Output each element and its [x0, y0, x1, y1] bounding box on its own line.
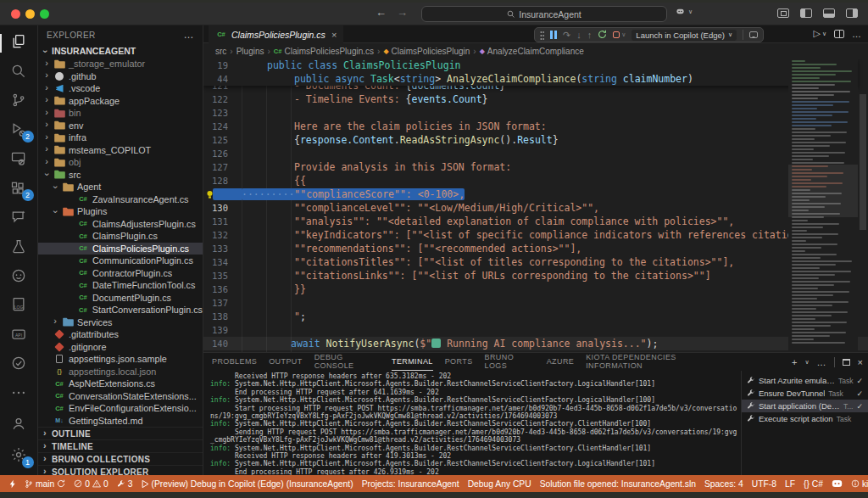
tree-item-plugins[interactable]: ›Plugins — [38, 205, 203, 218]
toggle-sidebar-icon[interactable] — [800, 8, 812, 18]
lightbulb-icon[interactable] — [206, 190, 214, 202]
panel-tab-kiota-dependencies-information[interactable]: KIOTA DEPENDENCIES INFORMATION — [586, 353, 724, 371]
tree-item-env[interactable]: ›env — [38, 120, 203, 132]
tree-item-services[interactable]: ›Services — [38, 316, 203, 329]
window-zoom-button[interactable] — [40, 9, 49, 19]
new-terminal-icon[interactable]: + — [792, 357, 797, 367]
tree-item--gitattributes[interactable]: ›.gitattributes — [38, 328, 203, 341]
terminal-output[interactable]: Received HTTP response headers after 635… — [203, 371, 741, 475]
status-item-remote-indicator[interactable] — [5, 475, 20, 492]
terminal-task-start-azurite-emulator[interactable]: Start Azurite emulatorTask✓ — [742, 374, 868, 387]
activity-bar-item-log-viewer[interactable]: LOG — [0, 292, 38, 321]
panel-tab-bruno-logs[interactable]: BRUNO LOGS — [485, 353, 535, 371]
back-icon[interactable]: ← — [376, 6, 387, 19]
tree-item-msteams-copilot[interactable]: ›msteams_COPILOT — [38, 144, 203, 157]
status-item-problems[interactable]: 00 — [70, 475, 112, 492]
code-editor[interactable]: 121- Documents Count: {documents.Count}1… — [203, 59, 868, 352]
activity-bar-item-remote-explorer[interactable] — [0, 146, 38, 175]
breadcrumb-item[interactable]: src — [215, 47, 226, 56]
forward-icon[interactable]: → — [397, 6, 408, 19]
tree-item-contractorplugin-cs[interactable]: ›C#ContractorPlugin.cs — [38, 267, 203, 280]
sidebar-section-solution-explorer[interactable]: ›SOLUTION EXPLORER — [38, 465, 203, 475]
editor-scrollbar[interactable] — [858, 59, 868, 352]
tree-item-apppackage[interactable]: ›appPackage — [38, 95, 203, 108]
step-out-icon[interactable]: ↑ — [587, 30, 593, 40]
activity-bar-item-run-debug[interactable]: 2 — [0, 116, 38, 145]
sidebar-section-timeline[interactable]: ›TIMELINE — [38, 439, 203, 452]
panel-tab-debug-console[interactable]: DEBUG CONSOLE — [314, 353, 380, 371]
status-item-branch[interactable]: main — [20, 475, 70, 492]
breadcrumb-item[interactable]: C#ClaimsPoliciesPlugin.cs — [274, 47, 374, 56]
restart-icon[interactable] — [598, 30, 607, 41]
tree-item-src[interactable]: ›src — [38, 169, 203, 182]
status-item-build-config[interactable]: Debug Any CPU — [464, 475, 536, 492]
status-item-solution[interactable]: Solution file opened: InsuranceAgent.sln — [536, 475, 700, 492]
terminal-task-execute-script-action[interactable]: Execute script actionTask — [742, 412, 868, 425]
status-item-eol[interactable]: LF — [781, 475, 799, 492]
activity-bar-item-copilot-chat[interactable] — [0, 204, 38, 233]
panel-tab-problems[interactable]: PROBLEMS — [212, 353, 257, 371]
panel-tab-azure[interactable]: AZURE — [547, 353, 575, 371]
status-item-debug-status[interactable]: (Preview) Debug in Copilot (Edge) (Insur… — [137, 475, 358, 492]
tree-item--gitignore[interactable]: ›.gitignore — [38, 341, 203, 354]
minimap-slider[interactable] — [788, 165, 858, 217]
activity-bar-item-api-client[interactable]: API — [0, 322, 38, 350]
sidebar-section-outline[interactable]: ›OUTLINE — [38, 427, 203, 439]
step-over-icon[interactable]: ↷ — [563, 30, 570, 41]
status-item-tasks-running[interactable]: 3 — [113, 475, 137, 492]
panel-more-actions-icon[interactable]: … — [817, 357, 826, 367]
stop-dropdown-icon[interactable]: ∨ — [621, 31, 626, 38]
tree-item-conversationstateextensions-[interactable]: ›C#ConversationStateExtensions... — [38, 390, 203, 403]
tree-item-communicationplugin-cs[interactable]: ›C#CommunicationPlugin.cs — [38, 255, 203, 267]
status-item-copilot-status[interactable] — [827, 475, 847, 492]
activity-bar-item-explorer[interactable] — [0, 29, 38, 58]
panel-tab-ports[interactable]: PORTS — [445, 353, 473, 371]
tree-item-appsettings-json-sample[interactable]: ›appsettings.json.sample — [38, 353, 203, 366]
drag-handle-icon[interactable] — [540, 31, 544, 40]
activity-bar-item-settings[interactable]: 1 — [0, 440, 38, 472]
launch-config-dropdown[interactable]: Launch in Copilot (Edge) ∨ — [632, 30, 737, 41]
tree-item-obj[interactable]: ›obj — [38, 156, 203, 169]
terminal-dropdown-icon[interactable]: ∨ — [804, 359, 809, 366]
panel-tab-output[interactable]: OUTPUT — [269, 353, 302, 371]
maximize-panel-icon[interactable] — [843, 359, 850, 366]
tree-item--vscode[interactable]: ›.vscode — [38, 82, 203, 95]
panel-tab-terminal[interactable]: TERMINAL — [392, 353, 433, 371]
tree-item-claimsadjustersplugin-cs[interactable]: ›C#ClaimsAdjustersPlugin.cs — [38, 218, 203, 231]
terminal-task-start-application-development-[interactable]: Start application (Development)T...✓ — [742, 400, 868, 412]
command-center-search[interactable]: InsuranceAgent — [421, 6, 667, 22]
tree-item-zavainsuranceagent-cs[interactable]: ›C#ZavaInsuranceAgent.cs — [38, 193, 203, 206]
tree-item-infra[interactable]: ›infra — [38, 131, 203, 144]
tree-item-aspnetextensions-cs[interactable]: ›C#AspNetExtensions.cs — [38, 378, 203, 390]
pause-icon[interactable] — [550, 31, 557, 39]
feedback-icon[interactable] — [749, 31, 758, 38]
sidebar-section-bruno-collections[interactable]: ›BRUNO COLLECTIONS — [38, 452, 203, 465]
activity-bar-item-test-explorer[interactable] — [0, 233, 38, 262]
tree-item-bin[interactable]: ›bin — [38, 107, 203, 120]
customize-layout-icon[interactable] — [777, 8, 789, 18]
minimap[interactable] — [788, 59, 858, 352]
window-close-button[interactable] — [11, 9, 20, 19]
activity-bar-item-more[interactable] — [0, 380, 38, 409]
step-into-icon[interactable]: ↓ — [576, 30, 581, 40]
breadcrumb-item[interactable]: ◆AnalyzeClaimCompliance — [480, 47, 584, 56]
activity-bar-item-extensions[interactable]: 2 — [0, 175, 38, 204]
status-item-encoding[interactable]: UTF-8 — [748, 475, 781, 492]
split-editor-icon[interactable] — [834, 30, 844, 38]
editor-more-actions-icon[interactable]: … — [852, 29, 861, 39]
activity-bar-item-search[interactable] — [0, 58, 38, 87]
terminal-task-ensure-devtunnel[interactable]: Ensure DevTunnelTask✓ — [742, 387, 868, 400]
tab-claimspoliciesplugin[interactable]: C# ClaimsPoliciesPlugin.cs × — [209, 25, 343, 43]
tree-item--storage-emulator[interactable]: ›_storage_emulator — [38, 58, 203, 70]
tree-item-claimspoliciesplugin-cs[interactable]: ›C#ClaimsPoliciesPlugin.cs — [38, 243, 203, 255]
activity-bar-item-teams-toolkit[interactable] — [0, 263, 38, 292]
activity-bar-item-account[interactable] — [0, 409, 38, 440]
status-item-kiota-version[interactable]: kiota 1.29.0 — [847, 475, 868, 492]
status-item-indentation[interactable]: Spaces: 4 — [700, 475, 748, 492]
activity-bar-item-source-control[interactable] — [0, 87, 38, 116]
tree-item-envfileconfigurationextensio-[interactable]: ›C#EnvFileConfigurationExtensio... — [38, 402, 203, 415]
status-item-language-mode[interactable]: {} C# — [799, 475, 827, 492]
tree-item-startconversationplugin-cs[interactable]: ›C#StartConversationPlugin.cs — [38, 304, 203, 316]
run-button[interactable]: ▷ ∨ — [813, 28, 826, 39]
window-minimize-button[interactable] — [25, 9, 35, 19]
